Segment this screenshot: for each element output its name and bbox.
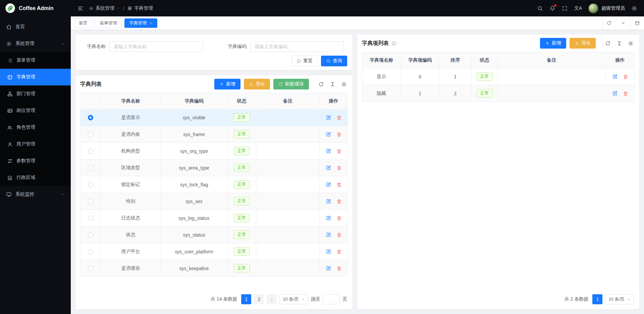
breadcrumb-item-dict[interactable]: 字典管理 xyxy=(127,5,153,11)
edit-icon[interactable] xyxy=(326,165,331,171)
dict-code-cell: sys_sex xyxy=(161,193,227,210)
sidebar-item-system-mgmt[interactable]: 系统管理 xyxy=(0,35,71,52)
row-select-radio[interactable] xyxy=(88,115,93,120)
tab-home[interactable]: 首页 xyxy=(74,18,92,28)
export-dict-button[interactable]: 导出 xyxy=(244,79,270,89)
edit-icon[interactable] xyxy=(326,249,331,254)
dict-table-row[interactable]: 是否缓存sys_keepalive正常 xyxy=(80,260,348,277)
row-select-radio[interactable] xyxy=(88,249,93,254)
sidebar-item-region-mgmt[interactable]: 行政区域 xyxy=(0,169,71,186)
row-select-radio[interactable] xyxy=(88,232,93,238)
app-logo[interactable]: Coffee Admin xyxy=(0,0,71,16)
edit-icon[interactable] xyxy=(326,232,331,238)
sidebar-item-dept-mgmt[interactable]: 部门管理 xyxy=(0,85,71,102)
sidebar-item-role-mgmt[interactable]: 角色管理 xyxy=(0,119,71,136)
trash-icon[interactable] xyxy=(336,182,342,187)
edit-icon[interactable] xyxy=(326,198,331,204)
fullscreen-icon[interactable] xyxy=(562,5,568,11)
dict-code-input[interactable] xyxy=(251,41,344,52)
page-button-1[interactable]: 1 xyxy=(592,294,602,304)
status-badge: 正常 xyxy=(234,164,250,172)
edit-icon[interactable] xyxy=(326,148,331,154)
trash-icon[interactable] xyxy=(336,148,342,154)
trash-icon[interactable] xyxy=(336,115,342,120)
refresh-table-button[interactable] xyxy=(317,80,325,88)
edit-icon[interactable] xyxy=(326,265,331,271)
breadcrumb-item-system[interactable]: 系统管理 xyxy=(89,5,120,11)
row-select-radio[interactable] xyxy=(88,199,93,204)
sidebar-item-home[interactable]: 首页 xyxy=(0,18,71,35)
edit-icon[interactable] xyxy=(612,90,618,96)
tab-dict-mgmt[interactable]: 字典管理 xyxy=(124,18,157,28)
search-icon[interactable] xyxy=(537,5,543,11)
tab-options-button[interactable] xyxy=(616,16,630,29)
table-settings-button[interactable] xyxy=(340,80,348,88)
page-size-select[interactable]: 10 条/页 xyxy=(279,294,308,304)
reset-button[interactable]: 重置 xyxy=(291,56,318,66)
collapse-sidebar-icon[interactable] xyxy=(77,5,84,11)
trash-icon[interactable] xyxy=(336,249,342,254)
edit-icon[interactable] xyxy=(612,74,618,79)
row-select-radio[interactable] xyxy=(88,148,93,154)
trash-icon[interactable] xyxy=(336,215,342,221)
dict-table-row[interactable]: 是否显示sys_visible正常 xyxy=(80,109,348,126)
dict-table-row[interactable]: 用户平台sys_user_platform正常 xyxy=(80,243,348,260)
info-icon[interactable] xyxy=(391,41,396,46)
refresh-cache-button[interactable]: 刷新缓存 xyxy=(273,79,309,89)
item-table-row[interactable]: 显示01正常 xyxy=(362,68,635,85)
dict-table-row[interactable]: 性别sys_sex正常 xyxy=(80,193,348,210)
page-button-1[interactable]: 1 xyxy=(241,294,251,304)
row-select-radio[interactable] xyxy=(88,182,93,187)
refresh-tabs-button[interactable] xyxy=(602,16,616,29)
density-button[interactable] xyxy=(328,80,336,88)
export-dict-item-button[interactable]: 导出 xyxy=(570,38,596,49)
row-select-radio[interactable] xyxy=(88,165,93,171)
trash-icon[interactable] xyxy=(623,91,628,96)
dict-table-row[interactable]: 锁定标记sys_lock_flag正常 xyxy=(80,176,348,193)
trash-icon[interactable] xyxy=(336,199,342,204)
trash-icon[interactable] xyxy=(623,74,628,79)
query-button[interactable]: 查询 xyxy=(321,56,347,66)
trash-icon[interactable] xyxy=(336,132,342,137)
dict-table-row[interactable]: 是否内嵌sys_frame正常 xyxy=(80,126,348,143)
density-button[interactable] xyxy=(615,39,623,47)
jump-page-input[interactable] xyxy=(323,294,340,304)
close-icon[interactable] xyxy=(149,21,153,25)
page-size-select[interactable]: 10 条/页 xyxy=(605,294,634,304)
sidebar-item-user-mgmt[interactable]: 用户管理 xyxy=(0,136,71,152)
dict-table-row[interactable]: 状态sys_status正常 xyxy=(80,227,348,243)
maximize-content-button[interactable] xyxy=(630,16,644,29)
trash-icon[interactable] xyxy=(336,266,342,271)
user-menu[interactable]: 超级管理员 xyxy=(588,3,625,13)
dict-table-row[interactable]: 机构类型sys_org_type正常 xyxy=(80,143,348,160)
sidebar-item-dict-mgmt[interactable]: 字典管理 xyxy=(0,69,71,85)
trash-icon[interactable] xyxy=(336,165,342,171)
row-select-radio[interactable] xyxy=(88,266,93,271)
tab-menu-mgmt[interactable]: 菜单管理 xyxy=(95,18,122,28)
trash-icon[interactable] xyxy=(336,232,342,238)
dict-name-input[interactable] xyxy=(110,41,203,52)
dict-table-row[interactable]: 区域类型sys_area_type正常 xyxy=(80,160,348,176)
row-select-radio[interactable] xyxy=(88,215,93,221)
notifications-button[interactable] xyxy=(549,5,555,11)
sidebar-menu: 首页系统管理菜单管理字典管理部门管理岗位管理角色管理用户管理参数管理行政区域系统… xyxy=(0,16,71,314)
item-table-row[interactable]: 隐藏12正常 xyxy=(362,85,635,102)
sidebar-item-system-monitor[interactable]: 系统监控 xyxy=(0,186,71,203)
add-dict-button[interactable]: 新增 xyxy=(214,79,240,89)
refresh-table-button[interactable] xyxy=(604,39,612,47)
next-page-button[interactable] xyxy=(267,294,277,304)
sidebar-item-menu-mgmt[interactable]: 菜单管理 xyxy=(0,52,71,69)
edit-icon[interactable] xyxy=(326,215,331,221)
settings-gear-icon[interactable] xyxy=(631,5,637,11)
sidebar-item-post-mgmt[interactable]: 岗位管理 xyxy=(0,102,71,119)
page-button-2[interactable]: 2 xyxy=(254,294,264,304)
dict-table-row[interactable]: 日志状态sys_log_status正常 xyxy=(80,210,348,227)
sidebar-item-param-mgmt[interactable]: 参数管理 xyxy=(0,152,71,169)
edit-icon[interactable] xyxy=(326,131,331,137)
table-settings-button[interactable] xyxy=(627,39,635,47)
row-select-radio[interactable] xyxy=(88,132,93,137)
edit-icon[interactable] xyxy=(326,182,331,187)
translate-icon[interactable]: 文A xyxy=(574,5,582,11)
edit-icon[interactable] xyxy=(326,115,331,120)
add-dict-item-button[interactable]: 新增 xyxy=(540,38,566,49)
